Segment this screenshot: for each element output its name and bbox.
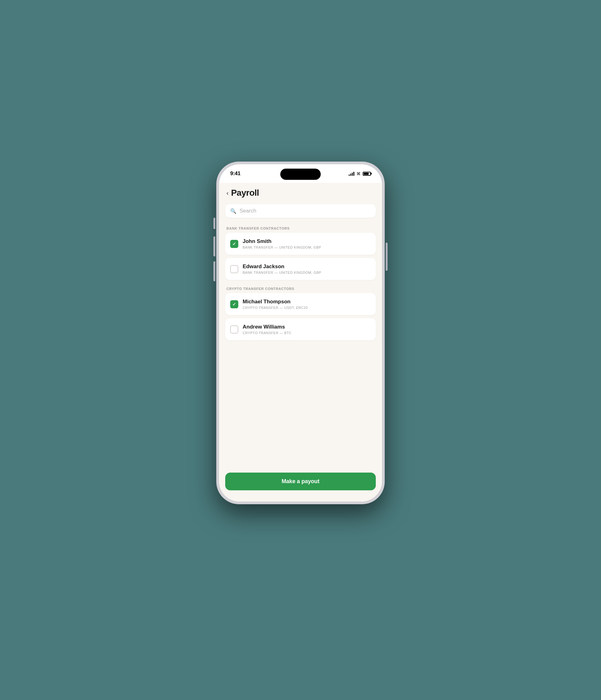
contractor-info-edward-jackson: Edward Jackson BANK TRANSFER — UNITED KI… xyxy=(243,264,371,274)
checkmark-john-smith: ✓ xyxy=(232,242,236,246)
side-button-vol-up xyxy=(214,236,215,256)
phone-wrapper: 9:41 ⌘ xyxy=(217,162,384,504)
contractor-sub-andrew-williams: CRYPTO TRANSFER — BTC xyxy=(243,331,371,335)
app-header: ‹ Payroll xyxy=(219,183,382,202)
contractor-edward-jackson[interactable]: Edward Jackson BANK TRANSFER — UNITED KI… xyxy=(225,258,376,280)
side-button-power xyxy=(386,243,387,271)
contractors-list: BANK TRANSFER CONTRACTORS ✓ John Smith B… xyxy=(219,223,382,468)
contractor-info-john-smith: John Smith BANK TRANSFER — UNITED KINGDO… xyxy=(243,238,371,249)
status-time: 9:41 xyxy=(230,171,241,177)
contractor-name-edward-jackson: Edward Jackson xyxy=(243,264,371,270)
side-button-vol-down xyxy=(214,261,215,281)
contractor-andrew-williams[interactable]: Andrew Williams CRYPTO TRANSFER — BTC xyxy=(225,318,376,340)
contractor-name-andrew-williams: Andrew Williams xyxy=(243,324,371,330)
cta-container: Make a payout xyxy=(219,468,382,501)
checkmark-michael-thompson: ✓ xyxy=(232,302,236,306)
wifi-icon: ⌘ xyxy=(356,171,360,176)
contractor-john-smith[interactable]: ✓ John Smith BANK TRANSFER — UNITED KING… xyxy=(225,233,376,255)
checkbox-andrew-williams[interactable] xyxy=(230,325,238,333)
contractor-sub-john-smith: BANK TRANSFER — UNITED KINGDOM, GBP xyxy=(243,246,371,249)
phone-screen: 9:41 ⌘ xyxy=(219,164,382,501)
contractor-sub-michael-thompson: CRYPTO TRANSFER — USDT, ERC20 xyxy=(243,306,371,309)
app-content: ‹ Payroll 🔍 Search BANK TRANSFER CONTRA xyxy=(219,183,382,501)
search-bar[interactable]: 🔍 Search xyxy=(225,204,376,218)
make-payout-button[interactable]: Make a payout xyxy=(225,473,376,490)
search-input[interactable]: Search xyxy=(240,208,371,214)
crypto-transfer-section-label: CRYPTO TRANSFER CONTRACTORS xyxy=(225,283,376,293)
checkbox-edward-jackson[interactable] xyxy=(230,265,238,273)
search-container: 🔍 Search xyxy=(219,202,382,223)
contractor-name-michael-thompson: Michael Thompson xyxy=(243,299,371,305)
dynamic-island xyxy=(280,169,321,180)
checkbox-john-smith[interactable]: ✓ xyxy=(230,240,238,248)
contractor-info-michael-thompson: Michael Thompson CRYPTO TRANSFER — USDT,… xyxy=(243,299,371,309)
signal-icon xyxy=(349,172,354,176)
contractor-name-john-smith: John Smith xyxy=(243,238,371,245)
bank-transfer-section-label: BANK TRANSFER CONTRACTORS xyxy=(225,223,376,233)
phone-frame: 9:41 ⌘ xyxy=(217,162,384,504)
page-title: Payroll xyxy=(231,188,259,198)
back-button[interactable]: ‹ xyxy=(226,190,229,197)
battery-icon xyxy=(363,172,371,176)
contractor-info-andrew-williams: Andrew Williams CRYPTO TRANSFER — BTC xyxy=(243,324,371,335)
side-button-mute xyxy=(214,218,215,229)
search-icon: 🔍 xyxy=(230,208,236,214)
scene: 9:41 ⌘ xyxy=(0,0,601,700)
status-icons: ⌘ xyxy=(349,171,371,176)
checkbox-michael-thompson[interactable]: ✓ xyxy=(230,300,238,308)
contractor-sub-edward-jackson: BANK TRANSFER — UNITED KINGDOM, GBP xyxy=(243,271,371,274)
contractor-michael-thompson[interactable]: ✓ Michael Thompson CRYPTO TRANSFER — USD… xyxy=(225,293,376,315)
